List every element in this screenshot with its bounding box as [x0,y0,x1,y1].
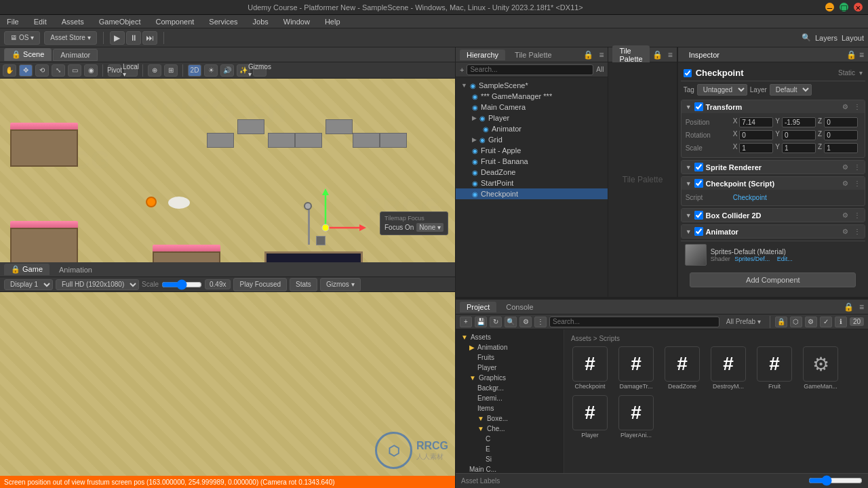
filter-all[interactable]: All [596,66,604,73]
sr-more-icon[interactable]: ⋮ [854,163,861,171]
sr-settings-icon[interactable]: ⚙ [842,163,848,171]
pivot-btn[interactable]: Pivot [108,64,121,77]
play-button[interactable]: ▶ [110,31,125,45]
tab-hierarchy[interactable]: Hierarchy [460,49,505,60]
tree-deadzone[interactable]: ◉ DeadZone [456,167,608,178]
tab-game[interactable]: 🔒 Game [4,264,50,275]
asset-size-slider[interactable] [808,475,863,487]
transform-more-icon[interactable]: ⋮ [854,103,861,110]
tab-console[interactable]: Console [499,302,540,312]
resolution-select[interactable]: Full HD (1920x1080) [56,279,139,290]
inspector-lock-icon[interactable]: 🔒 [846,50,856,60]
tab-tile-palette[interactable]: Tile Palette [508,49,559,60]
folder-assets[interactable]: ▼ Assets [456,332,564,342]
menu-jobs[interactable]: Jobs [250,18,271,26]
anim-settings-icon[interactable]: ⚙ [842,228,848,235]
move-tool[interactable]: ✥ [19,64,33,77]
light-btn[interactable]: ☀ [204,64,218,77]
sprite-renderer-header[interactable]: ▼ Sprite Renderer ⚙ ⋮ [682,161,865,174]
audio-btn[interactable]: 🔊 [220,64,234,77]
menu-assets[interactable]: Assets [59,18,87,26]
bc-more-icon[interactable]: ⋮ [854,211,861,219]
position-z[interactable] [824,117,858,127]
layers-label[interactable]: Layers [815,34,837,42]
shader-value[interactable]: Sprites/Def... [734,256,770,262]
anim-enabled[interactable] [694,227,703,236]
folder-boxes[interactable]: ▼ Boxe... [456,413,564,424]
folder-si[interactable]: Si [456,454,564,464]
tree-animator[interactable]: ◉ Animator [456,123,608,134]
tile-palette-menu[interactable]: ≡ [668,50,673,60]
gizmos-btn[interactable]: Gizmos ▾ [320,278,361,291]
tree-fruit-banana[interactable]: ◉ Fruit - Banana [456,156,608,167]
project-more-btn[interactable]: ⋮ [534,317,547,327]
script-value[interactable]: Checkpoint [733,194,767,201]
tree-maincamera[interactable]: ◉ Main Camera [456,102,608,113]
tab-scene[interactable]: 🔒 Scene [4,48,52,61]
asset-zoom-slider[interactable] [808,475,863,486]
folder-player-anim[interactable]: Player [456,363,564,373]
tree-checkpoint[interactable]: ◉ Checkpoint [456,188,608,199]
anim-more-icon[interactable]: ⋮ [854,228,861,235]
project-search-input[interactable] [549,317,719,327]
folder-fruits[interactable]: Fruits [456,352,564,363]
transform-enabled[interactable] [694,102,703,111]
tree-player[interactable]: ▶ ◉ Player [456,113,608,123]
scale-slider[interactable] [161,279,202,290]
maximize-button[interactable]: □ [840,3,848,12]
static-arrow[interactable]: ▾ [859,69,863,77]
scale-y[interactable] [782,143,816,153]
anim-header[interactable]: ▼ Animator ⚙ ⋮ [682,225,865,238]
tab-animator[interactable]: Animator [53,49,98,61]
scale-tool[interactable]: ⤡ [52,64,65,77]
checkpoint-header[interactable]: ▼ Checkpoint (Script) ⚙ ⋮ [682,177,865,190]
cs-enabled[interactable] [694,179,703,188]
project-settings-btn[interactable]: ⚙ [519,317,532,327]
folder-checkpoints[interactable]: ▼ Che... [456,424,564,434]
asset-player[interactable]: # Player [570,395,610,439]
tab-tile-pal[interactable]: Tile Palette [612,45,649,64]
rotation-y[interactable] [782,130,816,140]
position-y[interactable] [782,117,816,127]
sr-enabled[interactable] [694,163,703,171]
inspector-menu-icon[interactable]: ≡ [859,50,864,60]
folder-e[interactable]: E [456,444,564,454]
folder-graphics[interactable]: ▼ Graphics [456,373,564,383]
transform-tool[interactable]: ◉ [84,64,98,77]
proj-tool-2[interactable]: ⬡ [790,317,802,327]
folder-mainc[interactable]: Main C... [456,464,564,473]
step-button[interactable]: ⏭ [142,31,157,45]
asset-fruit[interactable]: # Fruit [754,346,795,390]
tab-inspector[interactable]: Inspector [682,49,726,60]
object-active-checkbox[interactable] [684,69,692,77]
scene-view[interactable]: RRCG.cn RRCG RRCG [0,79,455,262]
all-prefab-filter[interactable]: All Prefab ▾ [722,318,765,325]
tab-project[interactable]: Project [460,302,496,312]
asset-deadzone[interactable]: # DeadZone [662,346,703,390]
tree-grid[interactable]: ▶ ◉ Grid [456,134,608,145]
asset-playerani[interactable]: # PlayerAni... [616,395,656,439]
asset-destroym[interactable]: # DestroyM... [708,346,749,390]
local-btn[interactable]: Local ▾ [124,64,138,77]
project-save-btn[interactable]: 💾 [475,317,487,327]
folder-items[interactable]: Items [456,403,564,413]
menu-file[interactable]: File [4,18,22,26]
folder-animation[interactable]: ▶ Animation [456,342,564,352]
menu-services[interactable]: Services [206,18,240,26]
bc-settings-icon[interactable]: ⚙ [842,211,848,219]
hand-tool[interactable]: ✋ [3,64,16,77]
asset-checkpoint[interactable]: # Checkpoint [570,346,610,390]
folder-c[interactable]: C [456,434,564,444]
play-focused-btn[interactable]: Play Focused [233,278,287,291]
minimize-button[interactable]: – [825,3,834,12]
project-add-btn[interactable]: + [460,317,472,327]
tag-select[interactable]: Untagged [697,84,747,96]
scale-x[interactable] [739,143,773,153]
cs-more-icon[interactable]: ⋮ [854,180,861,187]
add-hierarchy-btn[interactable]: + [460,66,464,74]
project-search-btn[interactable]: 🔍 [505,317,517,327]
asset-damagetrap[interactable]: # DamageTr... [616,346,656,390]
rotation-z[interactable] [824,130,858,140]
menu-edit[interactable]: Edit [31,18,50,26]
tab-animation[interactable]: Animation [52,264,99,275]
